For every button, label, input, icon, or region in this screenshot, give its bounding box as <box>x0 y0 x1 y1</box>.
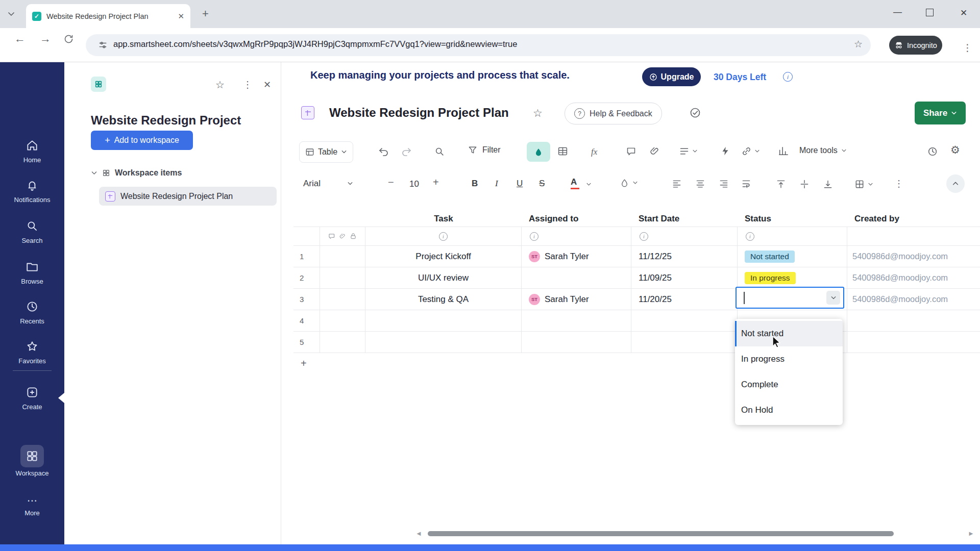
status-option-complete[interactable]: Complete <box>735 372 843 397</box>
grid-row-2[interactable]: 2 UI/UX review 11/09/25 In progress 5400… <box>293 267 980 289</box>
url-field[interactable]: app.smartsheet.com/sheets/v3qwxMgRrP9pqp… <box>86 34 871 56</box>
text-color-button[interactable]: A <box>571 177 579 189</box>
bold-button[interactable]: B <box>472 179 478 189</box>
sidebar-item-browse[interactable]: Browse <box>0 260 64 285</box>
italic-button[interactable]: I <box>495 179 498 189</box>
sidebar-item-notifications[interactable]: Notifications <box>0 179 64 204</box>
assigned-cell[interactable] <box>522 267 631 288</box>
tab-search-chevron-icon[interactable] <box>7 11 15 17</box>
created-by-cell[interactable]: 5400986d@moodjoy.com <box>847 289 980 310</box>
column-header-assigned-to[interactable]: Assigned to <box>522 211 631 227</box>
start-date-info-icon[interactable]: i <box>640 232 648 241</box>
task-cell[interactable]: Project Kickoff <box>365 246 522 267</box>
bookmark-star-icon[interactable]: ☆ <box>854 38 863 50</box>
window-minimize-button[interactable]: — <box>893 7 902 17</box>
start-date-cell[interactable]: 11/12/25 <box>631 246 738 267</box>
task-info-icon[interactable]: i <box>439 232 448 241</box>
browser-menu-kebab-icon[interactable]: ⋮ <box>963 42 972 54</box>
align-left-button[interactable] <box>672 179 682 189</box>
add-to-workspace-button[interactable]: + Add to workspace <box>91 131 193 150</box>
sidebar-item-search[interactable]: Search <box>0 219 64 244</box>
cell-fill-color-button[interactable] <box>620 178 638 188</box>
search-sheet-button[interactable] <box>434 146 445 157</box>
sidebar-item-workspace[interactable]: Workspace <box>0 445 64 477</box>
borders-dropdown[interactable] <box>854 179 873 189</box>
align-center-button[interactable] <box>695 179 705 189</box>
list-tools-dropdown[interactable] <box>679 146 698 157</box>
reload-button[interactable] <box>63 34 74 44</box>
link-tools-dropdown[interactable] <box>741 146 760 157</box>
view-selector-table[interactable]: Table <box>299 141 353 163</box>
column-header-start-date[interactable]: Start Date <box>631 211 738 227</box>
grid-row-5[interactable]: 5 <box>293 332 980 353</box>
help-feedback-button[interactable]: ? Help & Feedback <box>565 103 662 124</box>
column-header-status[interactable]: Status <box>738 211 847 227</box>
settings-gear-icon[interactable]: ⚙ <box>950 144 960 156</box>
sidebar-item-home[interactable]: Home <box>0 139 64 164</box>
filter-button[interactable]: Filter <box>468 145 501 155</box>
automation-bolt-icon[interactable] <box>720 145 731 157</box>
window-maximize-button[interactable] <box>926 9 934 16</box>
back-button[interactable]: ← <box>14 32 26 45</box>
task-cell[interactable]: UI/UX review <box>365 267 522 288</box>
status-option-not-started[interactable]: Not started <box>735 321 843 346</box>
grid-row-1[interactable]: 1 Project Kickoff ST Sarah Tyler 11/12/2… <box>293 246 980 267</box>
add-row[interactable]: + <box>293 353 980 374</box>
align-bottom-button[interactable] <box>823 179 833 189</box>
upgrade-button[interactable]: Upgrade <box>642 67 701 86</box>
grid-row-4[interactable]: 4 <box>293 310 980 332</box>
sidebar-item-create[interactable]: Create <box>0 386 64 411</box>
workspace-sheet-item[interactable]: Website Redesign Project Plan <box>99 187 277 206</box>
font-size-decrease-button[interactable]: − <box>388 177 394 188</box>
start-date-cell[interactable]: 11/09/25 <box>631 267 738 288</box>
new-tab-button[interactable]: + <box>202 7 209 20</box>
window-close-button[interactable]: ✕ <box>960 8 967 18</box>
lock-column-icon[interactable] <box>350 233 357 240</box>
grid-row-3[interactable]: 3 Testing & QA ST Sarah Tyler 11/20/25 5… <box>293 289 980 310</box>
status-info-icon[interactable]: i <box>746 232 754 241</box>
status-dropdown-button[interactable] <box>826 291 840 305</box>
undo-button[interactable] <box>378 145 390 158</box>
comment-column-icon[interactable] <box>328 233 335 240</box>
sidebar-item-favorites[interactable]: Favorites <box>0 340 64 365</box>
redo-button[interactable] <box>400 145 412 158</box>
fill-color-tool-active[interactable] <box>527 142 550 162</box>
add-row-plus-icon[interactable]: + <box>293 358 320 369</box>
assigned-cell[interactable]: ST Sarah Tyler <box>522 289 631 310</box>
share-button[interactable]: Share <box>915 102 966 124</box>
trial-info-icon[interactable]: i <box>783 72 793 82</box>
attachment-icon[interactable] <box>649 146 660 157</box>
column-header-task[interactable]: Task <box>365 211 522 227</box>
align-middle-button[interactable] <box>799 179 810 189</box>
underline-button[interactable]: U <box>517 179 523 189</box>
text-wrap-button[interactable] <box>741 179 751 189</box>
chart-icon[interactable] <box>778 145 789 157</box>
status-edit-cell[interactable] <box>736 287 844 309</box>
horizontal-scrollbar-thumb[interactable] <box>428 531 894 536</box>
site-info-icon[interactable] <box>98 40 108 50</box>
url-text[interactable]: app.smartsheet.com/sheets/v3qwxMgRrP9pqp… <box>113 39 517 49</box>
align-top-button[interactable] <box>776 179 786 189</box>
task-cell[interactable]: Testing & QA <box>365 289 522 310</box>
browser-tab[interactable]: ✓ Website Redesign Project Plan ✕ <box>26 4 190 28</box>
text-color-chevron-icon[interactable] <box>586 182 592 187</box>
assigned-cell[interactable]: ST Sarah Tyler <box>522 246 631 267</box>
tab-close-icon[interactable]: ✕ <box>178 12 184 21</box>
align-right-button[interactable] <box>719 179 729 189</box>
sidebar-item-recents[interactable]: Recents <box>0 300 64 325</box>
attachment-column-icon[interactable] <box>339 233 346 240</box>
column-header-created-by[interactable]: Created by <box>847 211 980 227</box>
cell-format-icon[interactable] <box>557 146 568 157</box>
scroll-right-arrow[interactable]: ► <box>968 530 974 537</box>
status-option-on-hold[interactable]: On Hold <box>735 397 843 423</box>
created-by-cell[interactable]: 5400986d@moodjoy.com <box>847 246 980 267</box>
scroll-left-arrow[interactable]: ◄ <box>415 530 422 537</box>
sidebar-item-more[interactable]: ⋯ More <box>0 494 64 517</box>
forward-button[interactable]: → <box>40 32 51 45</box>
assigned-info-icon[interactable]: i <box>530 232 538 241</box>
font-size-increase-button[interactable]: + <box>433 177 439 188</box>
panel-close-icon[interactable]: ✕ <box>263 79 271 90</box>
comment-icon[interactable] <box>626 146 636 157</box>
sheet-favorite-star-icon[interactable]: ☆ <box>533 107 543 119</box>
more-tools-dropdown[interactable]: More tools <box>799 146 847 155</box>
